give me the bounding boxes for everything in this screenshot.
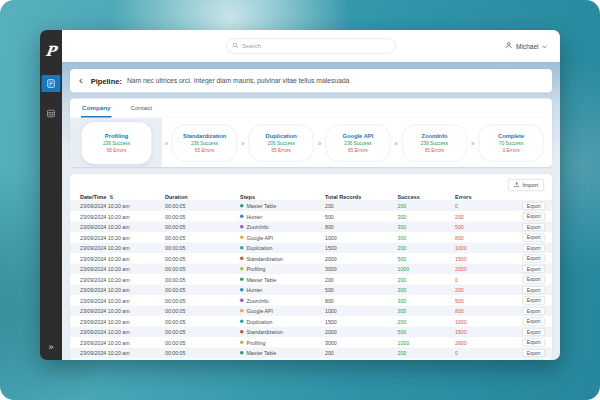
app-logo: P xyxy=(45,44,57,58)
stage-success-count: 236 Success xyxy=(191,141,218,147)
export-button[interactable]: Export xyxy=(522,202,545,210)
sidebar-item-reports[interactable] xyxy=(42,105,61,122)
cell-datetime: 23/09/2024 10:20 am xyxy=(70,287,165,293)
cell-datetime: 23/09/2024 10:20 am xyxy=(70,203,165,209)
tab-bar: Company Contact xyxy=(70,99,552,119)
stage-cell: Google API 236 Success 65 Errors xyxy=(322,118,394,167)
cell-duration: 00:00:05 xyxy=(165,329,240,335)
cell-total-records: 1000 xyxy=(325,234,398,240)
stage-name: Complete xyxy=(498,133,524,139)
stage-name: ZoomInfo xyxy=(421,133,447,139)
cell-duration: 00:00:05 xyxy=(165,276,240,282)
stage-success-count: 236 Success xyxy=(421,141,448,147)
step-status-dot xyxy=(240,299,244,303)
chevron-down-icon xyxy=(542,42,547,50)
stage-pill[interactable]: ZoomInfo 236 Success 65 Errors xyxy=(402,125,467,162)
stage-pill[interactable]: Complete 70 Success 0 Errors xyxy=(479,125,544,162)
search-input[interactable]: Search xyxy=(226,39,396,54)
stage-name: Google API xyxy=(342,133,373,139)
stage-pill[interactable]: Standardization 236 Success 65 Errors xyxy=(172,125,237,162)
table-row: 23/09/2024 10:20 am 00:00:05 ZoomInfo 80… xyxy=(70,222,552,233)
cell-datetime: 23/09/2024 10:20 am xyxy=(70,213,165,219)
export-button[interactable]: Export xyxy=(522,349,545,357)
col-datetime[interactable]: Date/Time⇅ xyxy=(70,194,165,200)
cell-total-records: 2000 xyxy=(325,255,398,261)
cell-duration: 00:00:05 xyxy=(165,350,240,356)
stage-name: Standardization xyxy=(183,133,226,139)
cell-duration: 00:00:05 xyxy=(165,224,240,230)
cell-duration: 00:00:05 xyxy=(165,234,240,240)
export-button[interactable]: Export xyxy=(522,265,545,273)
table-row: 23/09/2024 10:20 am 00:00:05 Standardiza… xyxy=(70,327,552,338)
export-button[interactable]: Export xyxy=(522,275,545,283)
export-button[interactable]: Export xyxy=(522,233,545,241)
cell-duration: 00:00:05 xyxy=(165,255,240,261)
sidebar-expand-button[interactable]: » xyxy=(48,342,53,353)
cell-total-records: 500 xyxy=(325,213,398,219)
user-icon xyxy=(505,42,513,51)
back-chevron-icon[interactable]: ‹ xyxy=(79,74,83,85)
table-row: 23/09/2024 10:20 am 00:00:05 Duplication… xyxy=(70,243,552,254)
sort-icon[interactable]: ⇅ xyxy=(109,195,113,201)
cell-total-records: 200 xyxy=(325,276,398,282)
export-button[interactable]: Export xyxy=(522,328,545,336)
stage-pill[interactable]: Profiling 236 Success 65 Errors xyxy=(81,122,152,165)
search-placeholder: Search xyxy=(242,43,261,50)
cell-errors: 2000 xyxy=(455,266,510,272)
cell-errors: 1000 xyxy=(455,318,510,324)
step-label: ZoomInfo xyxy=(247,297,269,303)
tab-company[interactable]: Company xyxy=(81,99,111,118)
stage-success-count: 236 Success xyxy=(344,141,371,147)
cell-errors: 500 xyxy=(455,297,510,303)
cell-step: Hunter xyxy=(240,213,325,219)
import-button[interactable]: Import xyxy=(508,179,544,191)
cell-total-records: 500 xyxy=(325,287,398,293)
table-row: 23/09/2024 10:20 am 00:00:05 Hunter 500 … xyxy=(70,358,552,360)
cell-step: Duplication xyxy=(240,318,325,324)
stage-cell: Profiling 236 Success 65 Errors xyxy=(70,118,162,167)
export-button[interactable]: Export xyxy=(522,254,545,262)
export-button[interactable]: Export xyxy=(522,307,545,315)
cell-total-records: 3000 xyxy=(325,339,398,345)
cell-duration: 00:00:05 xyxy=(165,287,240,293)
cell-total-records: 2000 xyxy=(325,329,398,335)
cell-success: 300 xyxy=(398,234,456,240)
cell-datetime: 23/09/2024 10:20 am xyxy=(70,245,165,251)
export-button[interactable]: Export xyxy=(522,223,545,231)
cell-step: Master Table xyxy=(240,203,325,209)
table-row: 23/09/2024 10:20 am 00:00:05 Profiling 3… xyxy=(70,337,552,348)
stage-pill[interactable]: Google API 236 Success 65 Errors xyxy=(325,125,390,162)
cell-step: Standardization xyxy=(240,329,325,335)
step-status-dot xyxy=(240,257,244,261)
cell-errors: 200 xyxy=(455,213,510,219)
cell-step: Profiling xyxy=(240,339,325,345)
cell-errors: 0 xyxy=(455,350,510,356)
stage-name: Duplication xyxy=(266,133,297,139)
sidebar-item-pipelines[interactable] xyxy=(42,75,61,92)
main-area: Search Michael ‹ Pipeline: Nam nec ultri… xyxy=(62,30,560,360)
cell-success: 300 xyxy=(398,213,456,219)
export-button[interactable]: Export xyxy=(522,338,545,346)
cell-duration: 00:00:05 xyxy=(165,297,240,303)
stage-pill[interactable]: Duplication 236 Success 65 Errors xyxy=(249,125,314,162)
user-menu[interactable]: Michael xyxy=(505,42,560,51)
step-status-dot xyxy=(240,246,244,250)
export-button[interactable]: Export xyxy=(522,317,545,325)
export-button[interactable]: Export xyxy=(522,359,545,360)
export-button[interactable]: Export xyxy=(522,244,545,252)
cell-step: Duplication xyxy=(240,245,325,251)
cell-success: 1000 xyxy=(398,339,456,345)
cell-success: 200 xyxy=(398,276,456,282)
table-row: 23/09/2024 10:20 am 00:00:05 Google API … xyxy=(70,306,552,317)
step-label: Hunter xyxy=(247,213,263,219)
cell-errors: 0 xyxy=(455,203,510,209)
export-button[interactable]: Export xyxy=(522,286,545,294)
cell-datetime: 23/09/2024 10:20 am xyxy=(70,276,165,282)
step-status-dot xyxy=(240,236,244,240)
export-button[interactable]: Export xyxy=(522,212,545,220)
cell-success: 300 xyxy=(398,224,456,230)
stage-error-count: 0 Errors xyxy=(503,148,520,154)
tab-contact[interactable]: Contact xyxy=(129,99,153,118)
export-button[interactable]: Export xyxy=(522,296,545,304)
cell-datetime: 23/09/2024 10:20 am xyxy=(70,318,165,324)
